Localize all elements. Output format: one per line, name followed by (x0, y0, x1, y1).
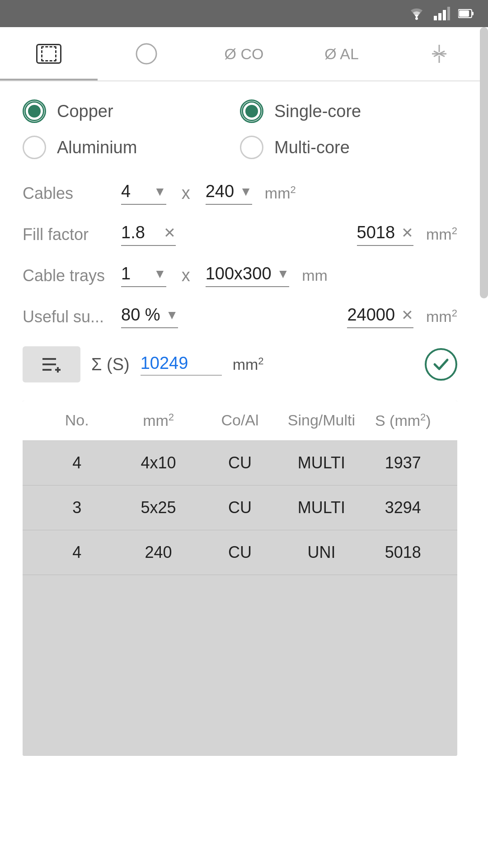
cable-trays-count-value: 1 (121, 264, 148, 283)
svg-rect-3 (443, 10, 446, 20)
cable-trays-row: Cable trays 1 ▼ x 100x300 ▼ mm (23, 264, 457, 287)
cables-count-arrow: ▼ (154, 184, 166, 199)
row2-mm2: 240 (117, 543, 199, 562)
multi-core-label: Multi-core (274, 138, 350, 157)
table-header: No. mm2 Co/Al Sing/Multi S (mm2) (23, 401, 457, 441)
copper-option[interactable]: Copper (23, 99, 240, 123)
cable-trays-times: x (182, 266, 190, 285)
useful-surface-label: Useful su... (23, 307, 113, 326)
useful-surface-percent-arrow: ▼ (166, 308, 178, 322)
cables-row: Cables 4 ▼ x 240 ▼ mm2 (23, 182, 457, 205)
single-core-radio[interactable] (240, 99, 263, 123)
check-icon (431, 354, 451, 374)
row2-s: 5018 (362, 543, 444, 562)
fill-factor-clear[interactable]: ✕ (164, 224, 176, 241)
row2-singmulti: UNI (281, 543, 362, 562)
tab-bar: Ø CO Ø AL (0, 27, 488, 81)
row1-no: 3 (36, 498, 117, 517)
svg-point-8 (136, 44, 156, 64)
svg-rect-6 (472, 12, 474, 15)
multi-core-radio[interactable] (240, 136, 263, 159)
cables-count-dropdown[interactable]: 4 ▼ (121, 182, 166, 205)
useful-surface-clear[interactable]: ✕ (401, 307, 413, 324)
sigma-row: Σ (S) 10249 mm2 (23, 346, 457, 382)
useful-surface-unit: mm2 (426, 307, 457, 326)
cable-trays-size-arrow: ▼ (277, 267, 290, 281)
table-row: 3 5x25 CU MULTI 3294 (23, 486, 457, 530)
cables-unit: mm2 (265, 184, 296, 202)
data-table: No. mm2 Co/Al Sing/Multi S (mm2) 4 4x10 … (23, 401, 457, 756)
add-lines-icon (41, 355, 62, 373)
table-empty-space (23, 575, 457, 756)
aluminium-radio[interactable] (23, 136, 46, 159)
row0-singmulti: MULTI (281, 453, 362, 472)
fill-factor-value: 1.8 (121, 223, 157, 242)
fill-factor-unit: mm2 (426, 225, 457, 243)
table-row: 4 240 CU UNI 5018 (23, 530, 457, 575)
cable-trays-count-dropdown[interactable]: 1 ▼ (121, 264, 166, 287)
useful-surface-value: 24000 (347, 305, 395, 325)
tab-layout[interactable] (0, 27, 98, 80)
row2-coal: CU (199, 543, 281, 562)
fill-factor-row: Fill factor 1.8 ✕ 5018 ✕ mm2 (23, 223, 457, 246)
cable-trays-label: Cable trays (23, 266, 113, 285)
svg-rect-7 (459, 10, 469, 17)
svg-point-0 (415, 17, 418, 20)
row1-mm2: 5x25 (117, 498, 199, 517)
cable-trays-unit: mm (302, 267, 328, 284)
single-core-option[interactable]: Single-core (240, 99, 457, 123)
col-singmulti: Sing/Multi (281, 411, 362, 429)
signal-icon (434, 7, 450, 20)
copper-radio[interactable] (23, 99, 46, 123)
svg-rect-2 (438, 13, 441, 20)
fill-factor-input[interactable]: 1.8 ✕ (121, 223, 176, 246)
cable-trays-size-value: 100x300 (206, 264, 272, 283)
cable-trays-count-arrow: ▼ (154, 267, 166, 281)
sigma-label: Σ (S) (91, 355, 130, 374)
status-bar (0, 0, 488, 27)
sigma-unit: mm2 (233, 355, 264, 373)
cable-trays-size-dropdown[interactable]: 100x300 ▼ (206, 264, 290, 287)
tab-al-label: Ø AL (324, 45, 359, 63)
tab-co[interactable]: Ø CO (195, 27, 293, 80)
circle-icon (135, 42, 158, 66)
useful-surface-percent-value: 80 % (121, 305, 160, 325)
table-row: 4 4x10 CU MULTI 1937 (23, 441, 457, 486)
scrollbar[interactable] (480, 27, 488, 298)
row1-s: 3294 (362, 498, 444, 517)
core-type-group: Single-core Multi-core (240, 99, 457, 159)
content-area: Copper Aluminium Single-core Multi-core … (0, 81, 488, 774)
single-core-label: Single-core (274, 102, 361, 121)
aluminium-option[interactable]: Aluminium (23, 136, 240, 159)
layout-icon (36, 44, 61, 64)
svg-rect-4 (447, 7, 450, 20)
tab-circle[interactable] (98, 27, 195, 80)
cables-label: Cables (23, 184, 113, 203)
useful-surface-percent-dropdown[interactable]: 80 % ▼ (121, 305, 178, 328)
fill-factor-computed-clear[interactable]: ✕ (401, 224, 413, 241)
battery-icon (458, 9, 474, 19)
tab-co-label: Ø CO (225, 45, 264, 63)
tab-al[interactable]: Ø AL (293, 27, 390, 80)
col-mm2: mm2 (117, 411, 199, 429)
radio-groups: Copper Aluminium Single-core Multi-core (23, 99, 457, 159)
cables-size-dropdown[interactable]: 240 ▼ (206, 182, 252, 205)
copper-label: Copper (57, 102, 113, 121)
row0-no: 4 (36, 453, 117, 472)
wifi-icon (408, 7, 426, 20)
sigma-value: 10249 (141, 354, 222, 376)
useful-surface-input[interactable]: 24000 ✕ (347, 305, 413, 328)
material-group: Copper Aluminium (23, 99, 240, 159)
row2-no: 4 (36, 543, 117, 562)
fill-factor-computed[interactable]: 5018 ✕ (357, 223, 414, 246)
add-button[interactable] (23, 346, 80, 382)
split-icon (427, 42, 451, 66)
row1-singmulti: MULTI (281, 498, 362, 517)
row0-s: 1937 (362, 453, 444, 472)
cables-times: x (182, 184, 190, 203)
confirm-button[interactable] (425, 348, 457, 381)
col-s: S (mm2) (362, 411, 444, 429)
tab-split[interactable] (390, 27, 488, 80)
cables-count-value: 4 (121, 182, 148, 201)
multi-core-option[interactable]: Multi-core (240, 136, 457, 159)
